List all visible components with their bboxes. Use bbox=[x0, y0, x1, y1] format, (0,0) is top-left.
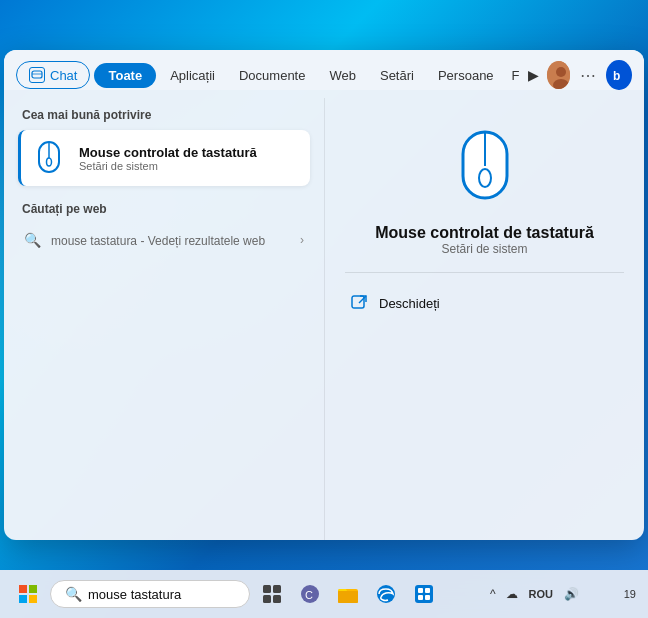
tab-chat[interactable]: Chat bbox=[16, 61, 90, 89]
web-section: Căutați pe web 🔍 mouse tastatura - Vedeț… bbox=[18, 202, 310, 256]
svg-text:b: b bbox=[613, 69, 620, 83]
taskbar-search-text: mouse tastatura bbox=[88, 587, 181, 602]
tab-toate-label: Toate bbox=[108, 68, 142, 83]
svg-rect-18 bbox=[263, 585, 271, 593]
right-icon-area bbox=[455, 128, 515, 212]
best-match-item[interactable]: Mouse controlat de tastatură Setări de s… bbox=[18, 130, 310, 186]
search-small-icon: 🔍 bbox=[24, 232, 41, 248]
tab-documente[interactable]: Documente bbox=[229, 63, 315, 88]
svg-rect-21 bbox=[273, 595, 281, 603]
open-action-label: Deschideți bbox=[379, 296, 440, 311]
best-match-sub: Setări de sistem bbox=[79, 160, 257, 172]
svg-rect-14 bbox=[19, 585, 27, 593]
svg-rect-29 bbox=[425, 588, 430, 593]
left-panel: Cea mai bună potrivire Mouse controlat d… bbox=[4, 98, 324, 540]
bing-button[interactable]: b bbox=[606, 60, 632, 90]
svg-rect-17 bbox=[29, 595, 37, 603]
best-match-text: Mouse controlat de tastatură Setări de s… bbox=[79, 145, 257, 172]
tab-persoane[interactable]: Persoane bbox=[428, 63, 504, 88]
search-popup: Chat Toate Aplicații Documente Web Setăr… bbox=[4, 50, 644, 540]
system-tray: ^ ☁ ROU 🔊 19 bbox=[487, 585, 636, 603]
svg-rect-31 bbox=[425, 595, 430, 600]
open-action[interactable]: Deschideți bbox=[345, 287, 624, 319]
tab-aplicatii[interactable]: Aplicații bbox=[160, 63, 225, 88]
open-icon bbox=[349, 293, 369, 313]
svg-rect-28 bbox=[418, 588, 423, 593]
web-item-text: mouse tastatura - Vedeți rezultatele web bbox=[51, 233, 265, 248]
svg-rect-15 bbox=[29, 585, 37, 593]
right-panel-sub: Setări de sistem bbox=[441, 242, 527, 256]
svg-point-3 bbox=[556, 67, 566, 77]
svg-rect-30 bbox=[418, 595, 423, 600]
file-explorer-button[interactable] bbox=[332, 578, 364, 610]
best-match-section-title: Cea mai bună potrivire bbox=[18, 108, 310, 122]
more-options-button[interactable]: ⋯ bbox=[574, 62, 602, 89]
tray-language[interactable]: ROU bbox=[525, 586, 557, 602]
svg-text:C: C bbox=[305, 589, 313, 601]
svg-rect-0 bbox=[32, 71, 42, 78]
taskbar-search-bar[interactable]: 🔍 mouse tastatura bbox=[50, 580, 250, 608]
tray-cloud[interactable]: ☁ bbox=[503, 585, 521, 603]
web-section-title: Căutați pe web bbox=[18, 202, 310, 216]
tray-speakers[interactable]: 🔊 bbox=[561, 585, 582, 603]
store-button[interactable] bbox=[408, 578, 440, 610]
tab-setari[interactable]: Setări bbox=[370, 63, 424, 88]
taskbar: 🔍 mouse tastatura C bbox=[0, 570, 648, 618]
svg-rect-19 bbox=[273, 585, 281, 593]
right-panel-title: Mouse controlat de tastatură bbox=[375, 224, 594, 242]
web-search-item[interactable]: 🔍 mouse tastatura - Vedeți rezultatele w… bbox=[18, 224, 310, 256]
svg-rect-12 bbox=[352, 296, 364, 308]
tab-web[interactable]: Web bbox=[319, 63, 366, 88]
chat-icon bbox=[29, 67, 45, 83]
tab-toate[interactable]: Toate bbox=[94, 63, 156, 88]
right-panel: Mouse controlat de tastatură Setări de s… bbox=[324, 98, 644, 540]
user-avatar[interactable] bbox=[547, 61, 571, 89]
svg-rect-20 bbox=[263, 595, 271, 603]
task-view-button[interactable] bbox=[256, 578, 288, 610]
best-match-icon bbox=[31, 140, 67, 176]
edge-button[interactable] bbox=[370, 578, 402, 610]
tray-chevron[interactable]: ^ bbox=[487, 585, 499, 603]
svg-rect-27 bbox=[415, 585, 433, 603]
teams-chat-button[interactable]: C bbox=[294, 578, 326, 610]
svg-rect-25 bbox=[338, 591, 358, 603]
svg-rect-16 bbox=[19, 595, 27, 603]
tab-chat-label: Chat bbox=[50, 68, 77, 83]
best-match-name: Mouse controlat de tastatură bbox=[79, 145, 257, 160]
search-header: Chat Toate Aplicații Documente Web Setăr… bbox=[4, 50, 644, 90]
web-item-left: 🔍 mouse tastatura - Vedeți rezultatele w… bbox=[24, 232, 265, 248]
divider bbox=[345, 272, 624, 273]
play-button[interactable]: ▶ bbox=[528, 67, 539, 83]
svg-line-13 bbox=[359, 296, 366, 303]
taskbar-search-icon: 🔍 bbox=[65, 586, 82, 602]
search-content: Cea mai bună potrivire Mouse controlat d… bbox=[4, 90, 644, 540]
start-button[interactable] bbox=[12, 578, 44, 610]
system-clock[interactable]: 19 bbox=[586, 588, 636, 600]
tab-f[interactable]: F bbox=[508, 63, 524, 88]
chevron-right-icon: › bbox=[300, 233, 304, 247]
